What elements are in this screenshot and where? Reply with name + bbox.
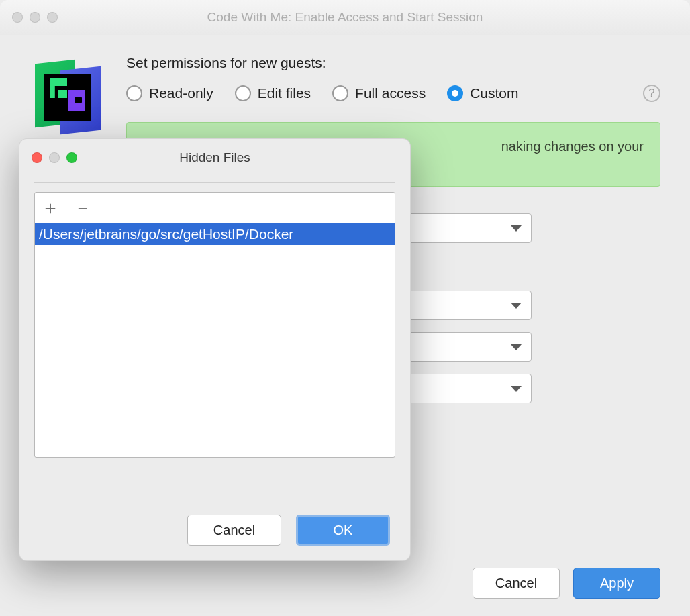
main-title: Code With Me: Enable Access and Start Se… bbox=[12, 10, 678, 25]
radio-icon bbox=[235, 85, 251, 101]
radio-label: Full access bbox=[355, 85, 426, 101]
modal-cancel-button[interactable]: Cancel bbox=[187, 515, 281, 546]
main-apply-button[interactable]: Apply bbox=[573, 568, 660, 599]
zoom-window-icon[interactable] bbox=[66, 152, 77, 163]
permissions-heading: Set permissions for new guests: bbox=[126, 55, 660, 71]
chevron-down-icon bbox=[511, 303, 522, 309]
zoom-window-icon[interactable] bbox=[47, 12, 58, 23]
traffic-lights bbox=[12, 12, 58, 23]
chevron-down-icon bbox=[511, 225, 522, 232]
main-cancel-button[interactable]: Cancel bbox=[473, 568, 560, 599]
chevron-down-icon bbox=[511, 344, 522, 350]
radio-label: Edit files bbox=[258, 85, 311, 101]
list-item-path: /Users/jetbrains/go/src/getHostIP/Docker bbox=[39, 226, 293, 242]
radio-icon bbox=[447, 85, 463, 101]
list-item[interactable]: /Users/jetbrains/go/src/getHostIP/Docker bbox=[35, 223, 395, 245]
radio-edit-files[interactable]: Edit files bbox=[235, 85, 311, 101]
code-with-me-logo bbox=[30, 59, 103, 133]
radio-icon bbox=[332, 85, 348, 101]
radio-read-only[interactable]: Read-only bbox=[126, 85, 213, 101]
button-label: OK bbox=[334, 523, 353, 538]
add-icon[interactable]: ＋ bbox=[43, 199, 58, 217]
hidden-files-list: ＋ － /Users/jetbrains/go/src/getHostIP/Do… bbox=[34, 192, 395, 458]
button-label: Cancel bbox=[495, 576, 537, 591]
close-window-icon[interactable] bbox=[32, 152, 42, 163]
modal-title: Hidden Files bbox=[32, 150, 398, 165]
radio-custom[interactable]: Custom bbox=[447, 85, 518, 101]
chevron-down-icon bbox=[511, 386, 522, 392]
radio-label: Custom bbox=[470, 85, 518, 101]
radio-label: Read-only bbox=[149, 85, 213, 101]
divider bbox=[34, 182, 395, 183]
button-label: Cancel bbox=[213, 523, 255, 538]
help-icon[interactable]: ? bbox=[643, 85, 660, 102]
minimize-window-icon[interactable] bbox=[30, 12, 40, 23]
traffic-lights bbox=[32, 152, 77, 163]
remove-icon[interactable]: － bbox=[75, 199, 90, 217]
button-label: Apply bbox=[600, 576, 634, 591]
main-titlebar: Code With Me: Enable Access and Start Se… bbox=[0, 0, 690, 35]
modal-ok-button[interactable]: OK bbox=[296, 515, 390, 546]
hidden-files-dialog: Hidden Files ＋ － /Users/jetbrains/go/src… bbox=[19, 138, 411, 561]
radio-full-access[interactable]: Full access bbox=[332, 85, 426, 101]
close-window-icon[interactable] bbox=[12, 12, 23, 23]
radio-icon bbox=[126, 85, 142, 101]
minimize-window-icon[interactable] bbox=[49, 152, 60, 163]
